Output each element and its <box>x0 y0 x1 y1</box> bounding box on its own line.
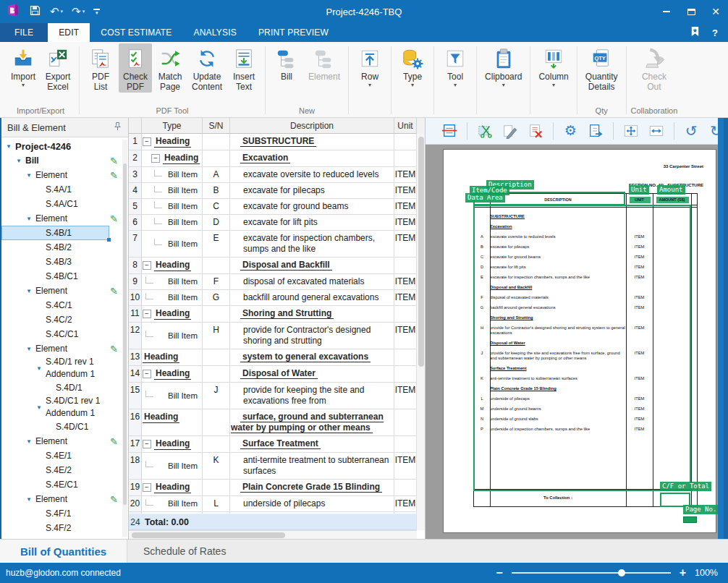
grid-row-15[interactable]: 15Bill ItemJprovide for keeping the site… <box>129 383 417 409</box>
grid-row-2[interactable]: 2−HeadingExcavation <box>129 150 417 167</box>
grid-row-8[interactable]: 8−HeadingDisposal and Backfill <box>129 258 417 274</box>
delete-icon[interactable] <box>528 122 543 140</box>
collapse-icon[interactable]: − <box>143 483 151 492</box>
grid-row-5[interactable]: 5Bill ItemCexcavate for ground beamsITEM <box>129 199 417 215</box>
collapse-icon[interactable]: − <box>143 370 151 378</box>
tree-item-element[interactable]: ▼Element✎ <box>1 211 128 226</box>
zoom-slider-thumb[interactable] <box>618 569 625 576</box>
export-icon[interactable] <box>588 122 604 140</box>
import-button[interactable]: Import▾ <box>7 43 40 89</box>
collapse-icon[interactable]: − <box>143 137 151 146</box>
sidebar-scrollbar[interactable] <box>122 140 127 537</box>
zoom-out-button[interactable]: − <box>496 567 502 579</box>
tree-item-s-4d-1[interactable]: S.4D/1 <box>1 380 128 395</box>
export-excel-button[interactable]: ExportExcel <box>41 43 75 93</box>
tree-item-s-4b-1[interactable]: S.4B/1 <box>1 226 109 240</box>
tree-item-s-4b-3[interactable]: S.4B/3 <box>1 255 128 269</box>
bottom-tab-schedule-of-rates[interactable]: Schedule of Rates <box>127 540 242 563</box>
expand-arrow-icon[interactable]: ▼ <box>26 172 35 179</box>
maximize-button[interactable] <box>679 0 703 23</box>
pin-icon[interactable] <box>113 121 122 134</box>
edit-pencil-icon[interactable]: ✎ <box>110 344 118 354</box>
collapse-icon[interactable]: − <box>143 310 151 318</box>
tool-button[interactable]: Tool▾ <box>439 43 472 89</box>
bottom-tab-bill-of-quantities[interactable]: Bill of Quantities <box>0 540 127 563</box>
tree-item-s-4d-c1-rev-1-addendum-1[interactable]: ▼S.4D/C1 rev 1Addendum 1 <box>1 395 128 420</box>
expand-arrow-icon[interactable]: ▼ <box>26 346 35 352</box>
quantity-details-button[interactable]: QTYQuantityDetails <box>582 43 622 93</box>
tree-item-bill[interactable]: ▼Bill✎ <box>1 153 128 168</box>
grid-row-14[interactable]: 14−HeadingDisposal of Water <box>129 366 417 383</box>
grid-row-1[interactable]: 1−HeadingSUBSTRUCTURE <box>129 134 417 150</box>
tab-analysis[interactable]: ANALYSIS <box>182 23 247 42</box>
grid-row-13[interactable]: 13Headingsystem to general excavations <box>129 349 417 366</box>
tree-item-s-4a-1[interactable]: S.4A/1 <box>1 182 128 197</box>
grid-row-6[interactable]: 6Bill ItemDexcavate for lift pitsITEM <box>129 215 417 231</box>
tree-item-element[interactable]: ▼Element✎ <box>1 168 128 182</box>
tree-item-element[interactable]: ▼Element✎ <box>1 434 128 448</box>
expand-arrow-icon[interactable]: ▼ <box>6 143 15 150</box>
check-pdf-button[interactable]: CheckPDF <box>119 43 152 93</box>
tree-item-s-4b-c1[interactable]: S.4B/C1 <box>1 269 128 284</box>
tree-item-s-4e-1[interactable]: S.4E/1 <box>1 448 128 463</box>
tree-item-s-4c-2[interactable]: S.4C/2 <box>1 312 128 327</box>
snip-icon[interactable] <box>477 122 493 140</box>
collapse-icon[interactable]: − <box>143 261 151 270</box>
tree-item-element[interactable]: ▼Element✎ <box>1 284 128 298</box>
tree-item-s-4a-c1[interactable]: S.4A/C1 <box>1 197 128 211</box>
collapse-icon[interactable]: − <box>151 154 160 163</box>
grid-row-7[interactable]: 7Bill ItemEexcavate for inspection chamb… <box>129 231 417 258</box>
pdf-list-button[interactable]: PDFList <box>84 43 117 93</box>
grid-row-9[interactable]: 9Bill ItemFdisposal of excavated materia… <box>129 274 417 290</box>
tree-item-s-4c-1[interactable]: S.4C/1 <box>1 298 128 312</box>
tree-item-s-4f-1[interactable]: S.4F/1 <box>1 506 128 521</box>
grid-row-3[interactable]: 3Bill ItemAexcavate oversite to reduced … <box>129 167 417 183</box>
tab-print-preview[interactable]: PRINT PREVIEW <box>247 23 339 42</box>
edit-pencil-icon[interactable]: ✎ <box>110 156 118 166</box>
grid-row-12[interactable]: 12Bill ItemHprovide for Contractor's des… <box>129 323 417 349</box>
tree-item-project-4246[interactable]: ▼Project-4246 <box>1 139 128 153</box>
grid-vscroll-thumb[interactable] <box>418 137 424 367</box>
tab-edit[interactable]: EDIT <box>48 23 90 42</box>
edit-pencil-icon[interactable]: ✎ <box>110 494 118 505</box>
tab-cost-estimate[interactable]: COST ESTIMATE <box>90 23 182 42</box>
pdf-page[interactable]: 33 Carpenter Street SECTION NO. 4B - SUB… <box>443 149 716 533</box>
update-content-button[interactable]: UpdateContent <box>188 43 226 93</box>
expand-arrow-icon[interactable]: ▼ <box>26 496 35 503</box>
tree-item-s-4d-c1[interactable]: S.4D/C1 <box>1 420 128 434</box>
grid-hscrollbar[interactable] <box>129 530 417 539</box>
edit-pencil-icon[interactable]: ✎ <box>110 170 118 181</box>
expand-arrow-icon[interactable]: ▼ <box>36 404 46 411</box>
expand-arrow-icon[interactable]: ▼ <box>16 158 25 164</box>
type-button[interactable]: Type▾ <box>396 43 429 89</box>
zoom-in-button[interactable]: + <box>680 567 686 579</box>
gear-icon[interactable]: ⚙ <box>563 122 578 140</box>
grid-row-17[interactable]: 17−HeadingSurface Treatment <box>129 436 417 453</box>
zoom-slider[interactable] <box>512 572 671 574</box>
tree-item-s-4b-2[interactable]: S.4B/2 <box>1 240 128 255</box>
tree-item-element[interactable]: ▼Element✎ <box>1 341 128 356</box>
grid-vscrollbar[interactable] <box>416 134 425 530</box>
minimize-button[interactable] <box>654 0 679 23</box>
tree-item-s-4d-1-rev-1-addendum-1[interactable]: ▼S.4D/1 rev 1Addendum 1 <box>1 356 128 380</box>
close-button[interactable]: ✕ <box>703 0 728 23</box>
edit-pencil-icon[interactable]: ✎ <box>110 213 118 224</box>
fit-width-icon[interactable] <box>648 122 664 140</box>
tree-item-element[interactable]: ▼Element✎ <box>1 492 128 506</box>
grid-row-20[interactable]: 20Bill ItemLunderside of pilecapsITEM <box>129 496 417 512</box>
row-button[interactable]: Row▾ <box>353 43 386 89</box>
grid-row-4[interactable]: 4Bill ItemBexcavate for pilecapsITEM <box>129 183 417 199</box>
grid-row-10[interactable]: 10Bill ItemGbackfill around general exca… <box>129 290 417 306</box>
grid-row-16[interactable]: 16Headingsurface, ground and subterranea… <box>129 409 417 436</box>
tree-item-s-4c-c1[interactable]: S.4C/C1 <box>1 327 128 341</box>
fit-page-icon[interactable] <box>623 122 639 140</box>
bill-button[interactable]: Bill <box>270 43 303 82</box>
expand-arrow-icon[interactable]: ▼ <box>36 365 46 372</box>
help-button[interactable]: ? <box>712 27 718 38</box>
collapse-icon[interactable]: − <box>143 440 151 448</box>
expand-arrow-icon[interactable]: ▼ <box>26 288 35 294</box>
grid-row-18[interactable]: 18Bill ItemKanti-termite treatment to su… <box>129 453 417 480</box>
match-page-button[interactable]: MatchPage <box>153 43 187 93</box>
edit-pencil-icon[interactable]: ✎ <box>110 436 118 447</box>
tree-item-s-4e-c1[interactable]: S.4E/C1 <box>1 477 128 492</box>
